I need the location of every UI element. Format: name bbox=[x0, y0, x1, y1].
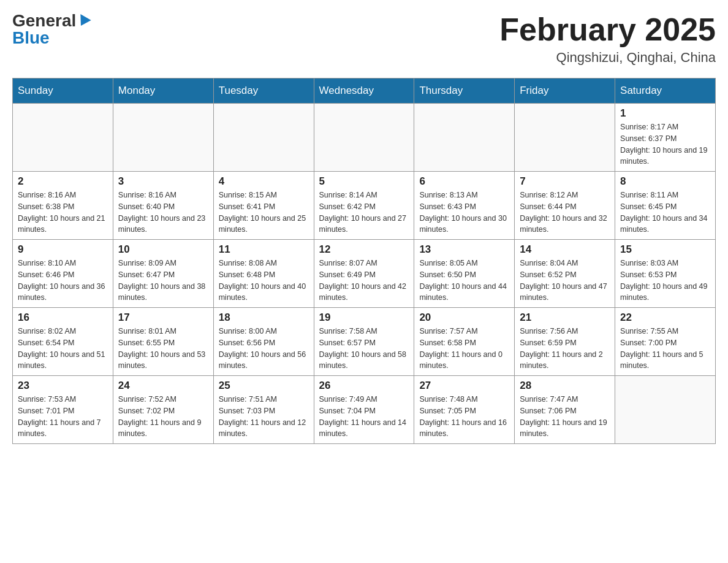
table-row: 12Sunrise: 8:07 AMSunset: 6:49 PMDayligh… bbox=[314, 240, 414, 308]
day-number: 20 bbox=[419, 312, 509, 324]
col-monday: Monday bbox=[113, 79, 213, 104]
calendar-week-row: 2Sunrise: 8:16 AMSunset: 6:38 PMDaylight… bbox=[13, 172, 716, 240]
col-tuesday: Tuesday bbox=[213, 79, 314, 104]
day-number: 18 bbox=[219, 312, 309, 324]
day-info: Sunrise: 8:16 AMSunset: 6:40 PMDaylight:… bbox=[118, 190, 208, 236]
location-text: Qingshizui, Qinghai, China bbox=[499, 50, 716, 66]
table-row: 16Sunrise: 8:02 AMSunset: 6:54 PMDayligh… bbox=[13, 308, 113, 376]
logo: General Blue bbox=[12, 12, 89, 47]
calendar-table: Sunday Monday Tuesday Wednesday Thursday… bbox=[12, 78, 716, 444]
day-info: Sunrise: 8:10 AMSunset: 6:46 PMDaylight:… bbox=[18, 258, 108, 304]
day-number: 21 bbox=[520, 312, 610, 324]
day-number: 28 bbox=[520, 380, 610, 392]
day-info: Sunrise: 8:09 AMSunset: 6:47 PMDaylight:… bbox=[118, 258, 208, 304]
day-info: Sunrise: 7:48 AMSunset: 7:05 PMDaylight:… bbox=[419, 394, 509, 440]
col-thursday: Thursday bbox=[414, 79, 515, 104]
day-info: Sunrise: 8:07 AMSunset: 6:49 PMDaylight:… bbox=[319, 258, 409, 304]
table-row: 20Sunrise: 7:57 AMSunset: 6:58 PMDayligh… bbox=[414, 308, 515, 376]
col-saturday: Saturday bbox=[615, 79, 716, 104]
day-info: Sunrise: 8:04 AMSunset: 6:52 PMDaylight:… bbox=[520, 258, 610, 304]
logo-general-line: General bbox=[12, 12, 89, 29]
calendar-header-row: Sunday Monday Tuesday Wednesday Thursday… bbox=[13, 79, 716, 104]
day-info: Sunrise: 8:17 AMSunset: 6:37 PMDaylight:… bbox=[620, 121, 710, 167]
day-info: Sunrise: 8:00 AMSunset: 6:56 PMDaylight:… bbox=[219, 326, 309, 372]
table-row: 17Sunrise: 8:01 AMSunset: 6:55 PMDayligh… bbox=[113, 308, 213, 376]
table-row: 7Sunrise: 8:12 AMSunset: 6:44 PMDaylight… bbox=[515, 172, 615, 240]
month-title: February 2025 bbox=[499, 12, 716, 47]
table-row bbox=[213, 104, 314, 172]
day-info: Sunrise: 8:12 AMSunset: 6:44 PMDaylight:… bbox=[520, 190, 610, 236]
logo-general-text: General bbox=[12, 11, 76, 30]
table-row: 21Sunrise: 7:56 AMSunset: 6:59 PMDayligh… bbox=[515, 308, 615, 376]
day-number: 19 bbox=[319, 312, 409, 324]
table-row bbox=[515, 104, 615, 172]
day-number: 9 bbox=[18, 243, 108, 256]
day-info: Sunrise: 7:47 AMSunset: 7:06 PMDaylight:… bbox=[520, 394, 610, 440]
day-info: Sunrise: 8:03 AMSunset: 6:53 PMDaylight:… bbox=[620, 258, 710, 304]
calendar-week-row: 9Sunrise: 8:10 AMSunset: 6:46 PMDaylight… bbox=[13, 240, 716, 308]
day-number: 1 bbox=[620, 107, 710, 120]
day-info: Sunrise: 7:52 AMSunset: 7:02 PMDaylight:… bbox=[118, 394, 208, 440]
table-row: 10Sunrise: 8:09 AMSunset: 6:47 PMDayligh… bbox=[113, 240, 213, 308]
day-info: Sunrise: 7:57 AMSunset: 6:58 PMDaylight:… bbox=[419, 326, 509, 372]
table-row: 9Sunrise: 8:10 AMSunset: 6:46 PMDaylight… bbox=[13, 240, 113, 308]
day-number: 27 bbox=[419, 380, 509, 392]
table-row: 15Sunrise: 8:03 AMSunset: 6:53 PMDayligh… bbox=[615, 240, 716, 308]
day-number: 11 bbox=[219, 243, 309, 256]
day-info: Sunrise: 7:58 AMSunset: 6:57 PMDaylight:… bbox=[319, 326, 409, 372]
day-info: Sunrise: 8:15 AMSunset: 6:41 PMDaylight:… bbox=[219, 190, 309, 236]
day-info: Sunrise: 8:13 AMSunset: 6:43 PMDaylight:… bbox=[419, 190, 509, 236]
table-row: 4Sunrise: 8:15 AMSunset: 6:41 PMDaylight… bbox=[213, 172, 314, 240]
table-row bbox=[615, 376, 716, 444]
table-row: 26Sunrise: 7:49 AMSunset: 7:04 PMDayligh… bbox=[314, 376, 414, 444]
day-number: 8 bbox=[620, 175, 710, 188]
table-row: 11Sunrise: 8:08 AMSunset: 6:48 PMDayligh… bbox=[213, 240, 314, 308]
table-row bbox=[314, 104, 414, 172]
day-number: 24 bbox=[118, 380, 208, 392]
table-row bbox=[414, 104, 515, 172]
day-number: 14 bbox=[520, 243, 610, 256]
day-number: 25 bbox=[219, 380, 309, 392]
table-row: 6Sunrise: 8:13 AMSunset: 6:43 PMDaylight… bbox=[414, 172, 515, 240]
day-info: Sunrise: 7:51 AMSunset: 7:03 PMDaylight:… bbox=[219, 394, 309, 440]
col-sunday: Sunday bbox=[13, 79, 113, 104]
day-number: 22 bbox=[620, 312, 710, 324]
calendar-week-row: 23Sunrise: 7:53 AMSunset: 7:01 PMDayligh… bbox=[13, 376, 716, 444]
table-row bbox=[113, 104, 213, 172]
col-friday: Friday bbox=[515, 79, 615, 104]
table-row: 18Sunrise: 8:00 AMSunset: 6:56 PMDayligh… bbox=[213, 308, 314, 376]
table-row: 23Sunrise: 7:53 AMSunset: 7:01 PMDayligh… bbox=[13, 376, 113, 444]
table-row: 5Sunrise: 8:14 AMSunset: 6:42 PMDaylight… bbox=[314, 172, 414, 240]
day-info: Sunrise: 8:08 AMSunset: 6:48 PMDaylight:… bbox=[219, 258, 309, 304]
day-number: 2 bbox=[18, 175, 108, 188]
day-number: 12 bbox=[319, 243, 409, 256]
table-row bbox=[13, 104, 113, 172]
day-number: 3 bbox=[118, 175, 208, 188]
day-info: Sunrise: 8:01 AMSunset: 6:55 PMDaylight:… bbox=[118, 326, 208, 372]
table-row: 25Sunrise: 7:51 AMSunset: 7:03 PMDayligh… bbox=[213, 376, 314, 444]
day-info: Sunrise: 8:16 AMSunset: 6:38 PMDaylight:… bbox=[18, 190, 108, 236]
day-number: 5 bbox=[319, 175, 409, 188]
day-info: Sunrise: 7:53 AMSunset: 7:01 PMDaylight:… bbox=[18, 394, 108, 440]
day-info: Sunrise: 7:49 AMSunset: 7:04 PMDaylight:… bbox=[319, 394, 409, 440]
day-info: Sunrise: 8:02 AMSunset: 6:54 PMDaylight:… bbox=[18, 326, 108, 372]
logo-blue-text: Blue bbox=[12, 29, 50, 47]
table-row: 13Sunrise: 8:05 AMSunset: 6:50 PMDayligh… bbox=[414, 240, 515, 308]
calendar-week-row: 16Sunrise: 8:02 AMSunset: 6:54 PMDayligh… bbox=[13, 308, 716, 376]
day-info: Sunrise: 8:05 AMSunset: 6:50 PMDaylight:… bbox=[419, 258, 509, 304]
table-row: 1Sunrise: 8:17 AMSunset: 6:37 PMDaylight… bbox=[615, 104, 716, 172]
table-row: 2Sunrise: 8:16 AMSunset: 6:38 PMDaylight… bbox=[13, 172, 113, 240]
day-number: 15 bbox=[620, 243, 710, 256]
table-row: 27Sunrise: 7:48 AMSunset: 7:05 PMDayligh… bbox=[414, 376, 515, 444]
logo-triangle-icon bbox=[76, 14, 91, 29]
table-row: 3Sunrise: 8:16 AMSunset: 6:40 PMDaylight… bbox=[113, 172, 213, 240]
title-section: February 2025 Qingshizui, Qinghai, China bbox=[499, 12, 716, 66]
table-row: 28Sunrise: 7:47 AMSunset: 7:06 PMDayligh… bbox=[515, 376, 615, 444]
table-row: 24Sunrise: 7:52 AMSunset: 7:02 PMDayligh… bbox=[113, 376, 213, 444]
day-number: 17 bbox=[118, 312, 208, 324]
day-info: Sunrise: 7:55 AMSunset: 7:00 PMDaylight:… bbox=[620, 326, 710, 372]
table-row: 22Sunrise: 7:55 AMSunset: 7:00 PMDayligh… bbox=[615, 308, 716, 376]
col-wednesday: Wednesday bbox=[314, 79, 414, 104]
day-number: 26 bbox=[319, 380, 409, 392]
table-row: 19Sunrise: 7:58 AMSunset: 6:57 PMDayligh… bbox=[314, 308, 414, 376]
